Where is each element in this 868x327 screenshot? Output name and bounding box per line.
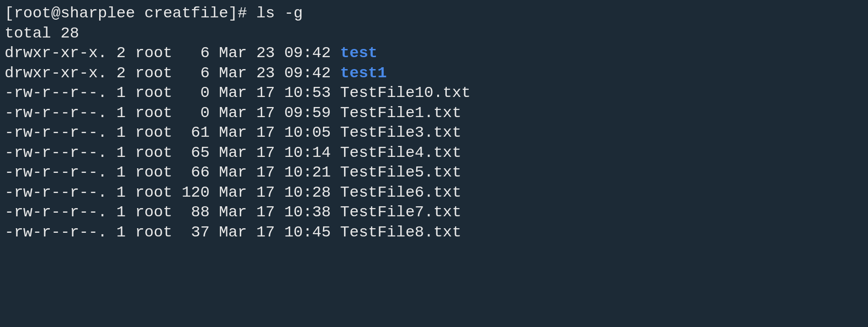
size: 37 xyxy=(182,224,210,241)
time: 10:05 xyxy=(284,124,331,141)
listing-row: -rw-r--r--. 1 root 88 Mar 17 10:38 TestF… xyxy=(5,203,863,223)
prompt-symbol: # xyxy=(238,5,247,22)
size: 88 xyxy=(182,204,210,221)
listing-row: -rw-r--r--. 1 root 66 Mar 17 10:21 TestF… xyxy=(5,163,863,183)
time: 10:53 xyxy=(284,84,331,102)
file-name: TestFile8.txt xyxy=(340,224,461,241)
month: Mar xyxy=(219,84,247,102)
links: 1 xyxy=(116,204,126,221)
listing-row: -rw-r--r--. 1 root 61 Mar 17 10:05 TestF… xyxy=(5,123,863,143)
links: 1 xyxy=(116,224,126,241)
perms: -rw-r--r--. xyxy=(5,164,107,181)
day: 17 xyxy=(256,104,275,122)
links: 2 xyxy=(116,64,126,82)
links: 1 xyxy=(116,164,126,181)
size: 65 xyxy=(182,144,210,161)
command-text: ls -g xyxy=(256,5,303,22)
size: 6 xyxy=(182,64,210,82)
group: root xyxy=(135,84,173,102)
prompt-line[interactable]: [root@sharplee creatfile]# ls -g xyxy=(5,4,863,24)
group: root xyxy=(135,44,173,62)
group: root xyxy=(135,224,173,241)
day: 23 xyxy=(256,64,275,82)
month: Mar xyxy=(219,224,247,241)
listing-row: -rw-r--r--. 1 root 120 Mar 17 10:28 Test… xyxy=(5,183,863,203)
group: root xyxy=(135,144,173,161)
group: root xyxy=(135,64,173,82)
file-name: TestFile3.txt xyxy=(340,124,461,141)
day: 17 xyxy=(256,164,275,181)
month: Mar xyxy=(219,144,247,161)
file-name: TestFile1.txt xyxy=(340,104,461,122)
links: 1 xyxy=(116,144,126,161)
listing-row: drwxr-xr-x. 2 root 6 Mar 23 09:42 test xyxy=(5,43,863,64)
directory-name: test1 xyxy=(340,64,387,82)
listing-row: drwxr-xr-x. 2 root 6 Mar 23 09:42 test1 xyxy=(5,64,863,84)
perms: -rw-r--r--. xyxy=(5,84,107,102)
perms: -rw-r--r--. xyxy=(5,124,107,141)
file-name: TestFile10.txt xyxy=(340,84,471,102)
day: 17 xyxy=(256,204,275,221)
month: Mar xyxy=(219,164,247,181)
day: 17 xyxy=(256,144,275,161)
listing-row: -rw-r--r--. 1 root 65 Mar 17 10:14 TestF… xyxy=(5,143,863,163)
directory-name: test xyxy=(340,44,378,62)
size: 0 xyxy=(182,84,210,102)
time: 10:14 xyxy=(284,144,331,161)
prompt-cwd: creatfile xyxy=(144,5,228,22)
file-name: TestFile7.txt xyxy=(340,204,461,221)
size: 6 xyxy=(182,44,210,62)
file-name: TestFile6.txt xyxy=(340,184,461,201)
prompt-user: root xyxy=(14,5,51,22)
perms: drwxr-xr-x. xyxy=(5,64,107,82)
month: Mar xyxy=(219,184,247,201)
size: 0 xyxy=(182,104,210,122)
size: 120 xyxy=(182,184,210,201)
time: 10:38 xyxy=(284,204,331,221)
perms: drwxr-xr-x. xyxy=(5,44,107,62)
month: Mar xyxy=(219,124,247,141)
listing-row: -rw-r--r--. 1 root 0 Mar 17 09:59 TestFi… xyxy=(5,103,863,123)
links: 1 xyxy=(116,124,126,141)
month: Mar xyxy=(219,64,247,82)
day: 17 xyxy=(256,84,275,102)
month: Mar xyxy=(219,204,247,221)
terminal-output[interactable]: [root@sharplee creatfile]# ls -gtotal 28… xyxy=(5,4,863,242)
listing-row: -rw-r--r--. 1 root 37 Mar 17 10:45 TestF… xyxy=(5,223,863,243)
size: 61 xyxy=(182,124,210,141)
day: 17 xyxy=(256,184,275,201)
prompt-open-bracket: [ xyxy=(5,5,14,22)
group: root xyxy=(135,204,173,221)
prompt-host: sharplee xyxy=(60,5,135,22)
listing-row: -rw-r--r--. 1 root 0 Mar 17 10:53 TestFi… xyxy=(5,83,863,103)
file-name: TestFile4.txt xyxy=(340,144,461,161)
prompt-at: @ xyxy=(51,5,60,22)
links: 1 xyxy=(116,184,126,201)
perms: -rw-r--r--. xyxy=(5,204,107,221)
links: 1 xyxy=(116,104,126,122)
day: 17 xyxy=(256,224,275,241)
group: root xyxy=(135,184,173,201)
month: Mar xyxy=(219,44,247,62)
time: 09:42 xyxy=(284,44,331,62)
time: 10:28 xyxy=(284,184,331,201)
time: 09:59 xyxy=(284,104,331,122)
total-line: total 28 xyxy=(5,24,863,44)
perms: -rw-r--r--. xyxy=(5,144,107,161)
day: 17 xyxy=(256,124,275,141)
group: root xyxy=(135,124,173,141)
month: Mar xyxy=(219,104,247,122)
group: root xyxy=(135,164,173,181)
time: 10:45 xyxy=(284,224,331,241)
prompt-close-bracket: ] xyxy=(228,5,238,22)
perms: -rw-r--r--. xyxy=(5,184,107,201)
perms: -rw-r--r--. xyxy=(5,224,107,241)
time: 09:42 xyxy=(284,64,331,82)
perms: -rw-r--r--. xyxy=(5,104,107,122)
links: 2 xyxy=(116,44,126,62)
links: 1 xyxy=(116,84,126,102)
file-name: TestFile5.txt xyxy=(340,164,461,181)
time: 10:21 xyxy=(284,164,331,181)
day: 23 xyxy=(256,44,275,62)
group: root xyxy=(135,104,173,122)
